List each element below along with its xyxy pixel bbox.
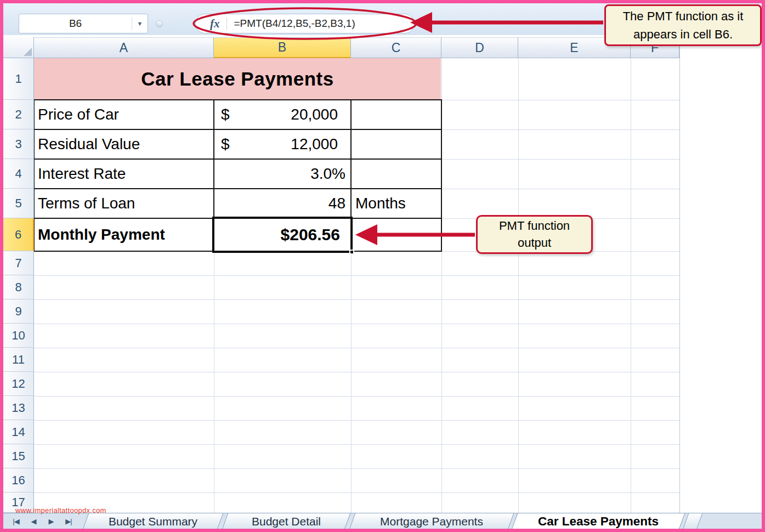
column-header-A[interactable]: A bbox=[34, 37, 214, 58]
fill-handle[interactable] bbox=[349, 250, 354, 254]
formula-callout-line2: appears in cell B6. bbox=[633, 25, 733, 43]
cell-A3[interactable]: Residual Value bbox=[34, 129, 214, 159]
frame-border-right bbox=[762, 0, 765, 532]
cell-C5[interactable]: Months bbox=[351, 189, 441, 218]
sheet-tab-stub[interactable] bbox=[685, 513, 700, 529]
row-header-7[interactable]: 7 bbox=[3, 251, 34, 275]
frame-border-left bbox=[0, 0, 3, 532]
formula-bar-splitter[interactable] bbox=[156, 20, 163, 27]
output-callout-line1: PMT function bbox=[499, 218, 570, 235]
tab-car-lease-payments[interactable]: Car Lease Payments bbox=[514, 513, 682, 529]
row-header-5[interactable]: 5 bbox=[3, 189, 34, 218]
row-header-16[interactable]: 16 bbox=[3, 468, 34, 493]
formula-callout-line1: The PMT function as it bbox=[623, 7, 744, 25]
cell-reference: B6 bbox=[19, 18, 132, 30]
output-arrow-head-icon bbox=[355, 224, 377, 245]
cell-A2[interactable]: Price of Car bbox=[34, 100, 214, 129]
currency-symbol: $ bbox=[221, 106, 230, 123]
formula-callout: The PMT function as it appears in cell B… bbox=[604, 4, 762, 46]
excel-window: B6 ▼ fx =PMT(B4/12,B5,-B2,B3,1) A B C D … bbox=[0, 0, 765, 532]
formula-bar[interactable]: fx =PMT(B4/12,B5,-B2,B3,1) bbox=[195, 14, 415, 33]
row-header-13[interactable]: 13 bbox=[3, 396, 34, 420]
name-box[interactable]: B6 ▼ bbox=[19, 14, 148, 33]
cell-value: 12,000 bbox=[291, 135, 338, 153]
sheet-title-cell[interactable]: Car Lease Payments bbox=[34, 58, 441, 100]
row-header-1[interactable]: 1 bbox=[3, 58, 34, 100]
chevron-down-icon[interactable]: ▼ bbox=[132, 20, 148, 27]
formula-text[interactable]: =PMT(B4/12,B5,-B2,B3,1) bbox=[234, 18, 355, 30]
cell-B4[interactable]: 3.0% bbox=[214, 159, 351, 189]
row-header-6[interactable]: 6 bbox=[3, 218, 34, 251]
row-header-4[interactable]: 4 bbox=[3, 159, 34, 189]
cell-B3[interactable]: $ 12,000 bbox=[214, 129, 351, 159]
column-header-B[interactable]: B bbox=[214, 37, 351, 58]
insert-function-icon[interactable]: fx bbox=[196, 17, 226, 31]
tab-budget-detail[interactable]: Budget Detail bbox=[225, 513, 348, 529]
cell-A5[interactable]: Terms of Loan bbox=[34, 189, 214, 218]
tab-mortgage-payments[interactable]: Mortgage Payments bbox=[352, 513, 511, 529]
column-header-D[interactable]: D bbox=[441, 37, 518, 58]
row-header-2[interactable]: 2 bbox=[3, 100, 34, 129]
cell-value: 20,000 bbox=[291, 106, 338, 123]
select-all-corner[interactable] bbox=[3, 37, 34, 58]
first-sheet-button[interactable]: |◀ bbox=[8, 513, 24, 529]
row-header-14[interactable]: 14 bbox=[3, 420, 34, 444]
previous-sheet-button[interactable]: ◀ bbox=[25, 513, 42, 529]
currency-symbol: $ bbox=[221, 135, 230, 153]
cell-A4[interactable]: Interest Rate bbox=[34, 159, 214, 189]
cell-A6[interactable]: Monthly Payment bbox=[34, 218, 214, 251]
row-header-3[interactable]: 3 bbox=[3, 129, 34, 159]
output-callout-line2: output bbox=[518, 235, 551, 252]
sheet-tab-bar: |◀ ◀ ▶ ▶| Budget Summary Budget Detail M… bbox=[3, 513, 762, 529]
tab-budget-summary[interactable]: Budget Summary bbox=[86, 513, 220, 529]
row-header-8[interactable]: 8 bbox=[3, 275, 34, 299]
formula-bar-divider bbox=[226, 18, 227, 30]
cell-B2[interactable]: $ 20,000 bbox=[214, 100, 351, 129]
last-sheet-button[interactable]: ▶| bbox=[60, 513, 77, 529]
frame-border-top bbox=[0, 0, 765, 3]
active-cell-selection[interactable] bbox=[212, 217, 353, 253]
row-header-9[interactable]: 9 bbox=[3, 299, 34, 324]
row-header-10[interactable]: 10 bbox=[3, 324, 34, 348]
column-header-C[interactable]: C bbox=[351, 37, 441, 58]
cell-B5[interactable]: 48 bbox=[214, 189, 351, 218]
next-sheet-button[interactable]: ▶ bbox=[43, 513, 59, 529]
row-header-11[interactable]: 11 bbox=[3, 348, 34, 372]
frame-border-bottom bbox=[0, 529, 765, 532]
select-all-icon bbox=[24, 48, 32, 56]
output-callout: PMT function output bbox=[476, 215, 593, 254]
row-header-12[interactable]: 12 bbox=[3, 372, 34, 396]
row-header-15[interactable]: 15 bbox=[3, 444, 34, 468]
watermark-text: www.imperialtattoopdx.com bbox=[15, 506, 106, 514]
